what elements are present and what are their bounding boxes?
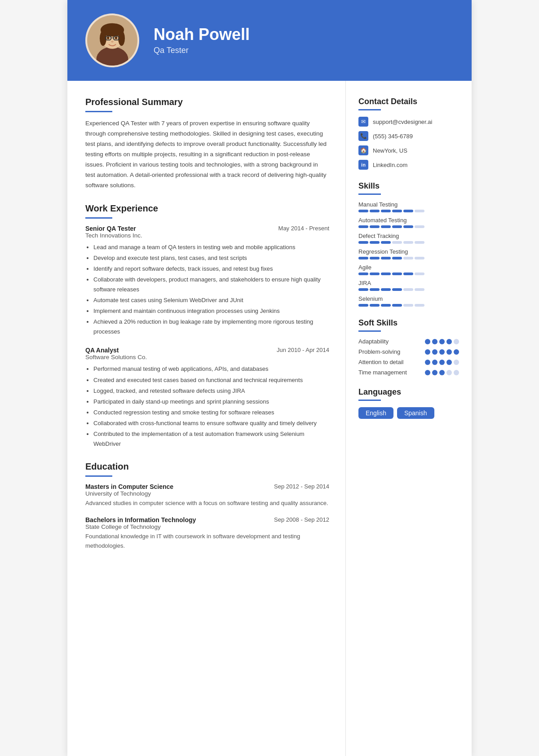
languages-section: Languages English Spanish	[358, 387, 459, 419]
skill-seg	[392, 225, 402, 228]
skill-seg	[415, 273, 424, 275]
skill-bar	[358, 273, 459, 275]
contact-location-value: NewYork, US	[373, 147, 407, 154]
skill-bar	[358, 288, 459, 291]
avatar	[85, 13, 139, 67]
soft-skill-dots	[425, 349, 459, 355]
dot	[446, 360, 452, 365]
phone-icon: 📞	[358, 131, 368, 141]
skill-name: Manual Testing	[358, 201, 459, 208]
skill-seg	[370, 304, 380, 307]
dot	[454, 339, 459, 344]
skill-seg	[381, 225, 391, 228]
skill-selenium: Selenium	[358, 295, 459, 307]
soft-skill-dots	[425, 339, 459, 344]
skill-seg	[403, 288, 413, 291]
list-item: Develop and execute test plans, test cas…	[93, 253, 329, 263]
skill-seg	[415, 225, 424, 228]
contact-linkedin-value: LinkedIn.com	[373, 162, 407, 168]
job-1-title: Senior QA Tester	[85, 225, 136, 232]
contact-location: 🏠 NewYork, US	[358, 145, 459, 155]
skill-seg	[381, 273, 391, 275]
skill-seg	[415, 210, 424, 212]
language-badges: English Spanish	[358, 407, 459, 419]
dot	[454, 349, 459, 355]
email-icon: ✉	[358, 117, 368, 127]
skill-seg	[358, 241, 368, 244]
contact-section: Contact Details ✉ support@cvdesigner.ai …	[358, 97, 459, 170]
contact-divider	[358, 109, 381, 110]
skill-seg	[381, 257, 391, 259]
skill-seg	[358, 288, 368, 291]
skill-seg	[381, 288, 391, 291]
edu-2-dates: Sep 2008 - Sep 2012	[274, 516, 329, 523]
dot	[432, 349, 437, 355]
skill-seg	[403, 241, 413, 244]
list-item: Conducted regression testing and smoke t…	[93, 408, 329, 418]
job-1: Senior QA Tester May 2014 - Present Tech…	[85, 225, 329, 337]
dot	[454, 360, 459, 365]
job-1-bullets: Lead and manage a team of QA testers in …	[85, 242, 329, 337]
skill-name: Regression Testing	[358, 248, 459, 255]
list-item: Logged, tracked, and retested software d…	[93, 386, 329, 396]
soft-skill-name: Attention to detail	[358, 359, 403, 365]
right-column: Contact Details ✉ support@cvdesigner.ai …	[346, 81, 472, 756]
job-2: QA Analyst Jun 2010 - Apr 2014 Software …	[85, 347, 329, 449]
job-1-dates: May 2014 - Present	[278, 225, 329, 232]
edu-1-header: Masters in Computer Science Sep 2012 - S…	[85, 483, 329, 490]
edu-2: Bachelors in Information Technology Sep …	[85, 516, 329, 551]
skill-seg	[392, 210, 402, 212]
languages-divider	[358, 400, 381, 401]
dot	[425, 349, 430, 355]
skill-seg	[381, 304, 391, 307]
summary-divider	[85, 111, 112, 112]
dot	[439, 339, 445, 344]
edu-1-desc: Advanced studies in computer science wit…	[85, 499, 329, 508]
summary-section: Professional Summary Experienced QA Test…	[85, 97, 329, 191]
list-item: Achieved a 20% reduction in bug leakage …	[93, 317, 329, 337]
dot	[425, 339, 430, 344]
skill-seg	[415, 288, 424, 291]
skill-seg	[370, 273, 380, 275]
skill-bar	[358, 225, 459, 228]
skill-bar	[358, 304, 459, 307]
dot	[454, 370, 459, 375]
soft-skills-section: Soft Skills Adaptability Problem-solving	[358, 318, 459, 376]
contact-phone-value: (555) 345-6789	[373, 133, 413, 140]
list-item: Created and executed test cases based on…	[93, 375, 329, 385]
list-item: Performed manual testing of web applicat…	[93, 364, 329, 374]
header-name: Noah Powell	[154, 26, 250, 44]
linkedin-icon: in	[358, 160, 368, 170]
language-spanish: Spanish	[397, 407, 434, 419]
dot	[425, 360, 430, 365]
skills-heading: Skills	[358, 181, 459, 191]
soft-skill-name: Adaptability	[358, 338, 389, 345]
job-2-header: QA Analyst Jun 2010 - Apr 2014	[85, 347, 329, 354]
svg-point-10	[115, 37, 118, 40]
language-english: English	[358, 407, 393, 419]
edu-1-degree: Masters in Computer Science	[85, 483, 173, 490]
skill-seg	[403, 304, 413, 307]
job-2-title: QA Analyst	[85, 347, 119, 354]
skill-name: Automated Testing	[358, 217, 459, 224]
skill-automated-testing: Automated Testing	[358, 217, 459, 228]
soft-skill-dots	[425, 370, 459, 375]
skill-agile: Agile	[358, 264, 459, 275]
left-column: Professional Summary Experienced QA Test…	[67, 81, 346, 756]
education-section: Education Masters in Computer Science Se…	[85, 462, 329, 550]
work-experience-heading: Work Experience	[85, 203, 329, 214]
header-info: Noah Powell Qa Tester	[154, 26, 250, 56]
contact-linkedin: in LinkedIn.com	[358, 160, 459, 170]
dot	[446, 339, 452, 344]
soft-skill-problem-solving: Problem-solving	[358, 348, 459, 355]
skill-regression-testing: Regression Testing	[358, 248, 459, 259]
contact-heading: Contact Details	[358, 97, 459, 106]
skill-seg	[403, 257, 413, 259]
list-item: Contributed to the implementation of a t…	[93, 429, 329, 449]
job-2-dates: Jun 2010 - Apr 2014	[277, 347, 329, 353]
summary-text: Experienced QA Tester with 7 years of pr…	[85, 119, 329, 191]
skill-seg	[392, 304, 402, 307]
skill-seg	[370, 210, 380, 212]
skill-seg	[358, 273, 368, 275]
skills-section: Skills Manual Testing Automated Testing	[358, 181, 459, 307]
